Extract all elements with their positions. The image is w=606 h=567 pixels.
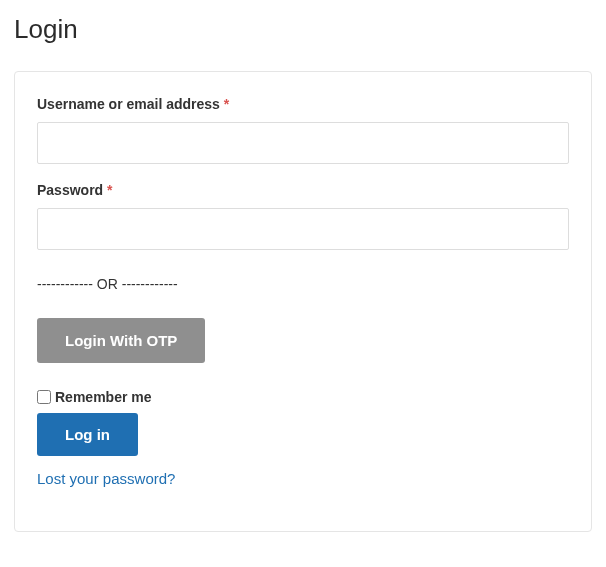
password-input[interactable] (37, 208, 569, 250)
required-star: * (224, 96, 229, 112)
lost-password-link[interactable]: Lost your password? (37, 470, 569, 487)
remember-checkbox[interactable] (37, 390, 51, 404)
remember-row: Remember me (37, 389, 569, 405)
username-row: Username or email address * (37, 96, 569, 164)
page-title: Login (14, 14, 592, 45)
login-form: Username or email address * Password * -… (14, 71, 592, 532)
password-label-text: Password (37, 182, 103, 198)
password-label: Password * (37, 182, 569, 198)
username-label: Username or email address * (37, 96, 569, 112)
username-label-text: Username or email address (37, 96, 220, 112)
login-button[interactable]: Log in (37, 413, 138, 456)
login-with-otp-button[interactable]: Login With OTP (37, 318, 205, 363)
remember-label[interactable]: Remember me (55, 389, 152, 405)
required-star: * (107, 182, 112, 198)
password-row: Password * (37, 182, 569, 250)
or-divider: ------------ OR ------------ (37, 276, 569, 292)
username-input[interactable] (37, 122, 569, 164)
